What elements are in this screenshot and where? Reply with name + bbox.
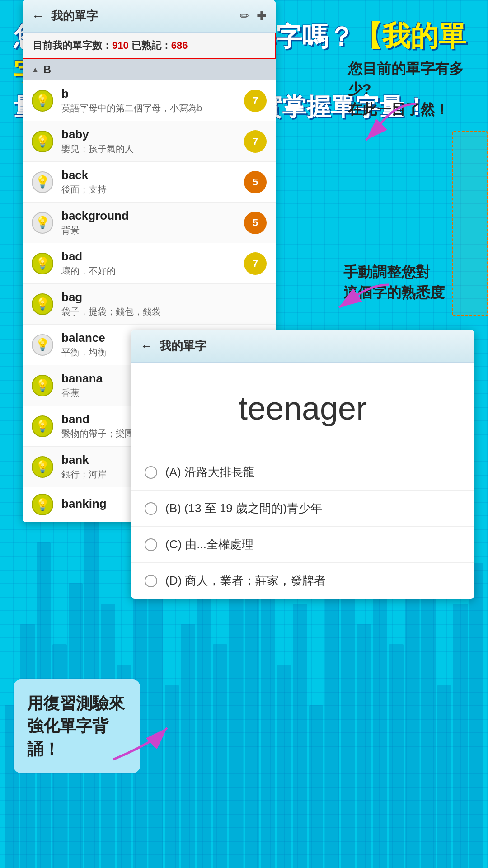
word-item[interactable]: 💡 background 背景 5 [23,203,276,243]
word-chinese: 壞的，不好的 [61,265,236,277]
section-header: ▲ B [23,59,276,80]
word-list-header: ← 我的單字 ✏ ✚ [23,0,276,33]
section-letter: B [43,63,51,76]
bulb-on-icon: 💡 [32,293,53,315]
back-button[interactable]: ← [32,9,44,24]
radio-a[interactable] [145,466,157,479]
stats-text: 目前我的單字數：910 已熟記：686 [33,40,188,51]
word-english: bag [61,290,267,304]
familiarity-arrow [307,271,398,316]
familiarity-badge[interactable]: 7 [244,130,267,153]
bulb-on-icon: 💡 [32,415,53,437]
total-label: 目前我的單字數： [33,40,112,51]
word-english: b [61,87,236,101]
familiarity-badge[interactable]: 7 [244,90,267,112]
stats-arrow [303,95,420,149]
bulb-on-icon: 💡 [32,253,53,274]
bulb-on-icon: 💡 [32,375,53,396]
word-text-area: back 後面；支持 [61,168,236,196]
word-english: baby [61,127,236,142]
familiarity-badge[interactable]: 5 [244,212,267,234]
word-chinese: 嬰兒；孩子氣的人 [61,143,236,155]
quiz-back-button[interactable]: ← [140,339,153,354]
bulb-on-icon: 💡 [32,90,53,112]
option-b-text: (B) (13 至 19 歲之間的)青少年 [165,500,322,516]
quiz-arrow [99,714,190,769]
word-english: back [61,168,236,182]
bulb-off-icon: 💡 [32,171,53,193]
word-item[interactable]: 💡 baby 嬰兒；孩子氣的人 7 [23,121,276,162]
bulb-off-icon: 💡 [32,212,53,234]
bulb-on-icon: 💡 [32,456,53,478]
word-chinese: 英語字母中的第二個字母，小寫為b [61,102,236,114]
known-label: 已熟記： [129,40,171,51]
quiz-option-c[interactable]: (C) 由...全權處理 [131,527,474,563]
bulb-on-icon: 💡 [32,131,53,152]
quiz-option-d[interactable]: (D) 商人，業者；莊家，發牌者 [131,563,474,599]
familiarity-badge[interactable]: 5 [244,171,267,193]
familiarity-selection-overlay [452,131,488,316]
word-item[interactable]: 💡 b 英語字母中的第二個字母，小寫為b 7 [23,80,276,121]
stats-bar: 目前我的單字數：910 已熟記：686 [23,33,276,59]
edit-icon[interactable]: ✏ [240,9,250,23]
word-text-area: background 背景 [61,209,236,236]
radio-c[interactable] [145,538,157,551]
word-chinese: 後面；支持 [61,184,236,196]
word-english: bad [61,250,236,264]
word-text-area: bad 壞的，不好的 [61,250,236,277]
word-text-area: bag 袋子，提袋；錢包，錢袋 [61,290,267,318]
radio-d[interactable] [145,575,157,587]
quiz-option-b[interactable]: (B) (13 至 19 歲之間的)青少年 [131,491,474,527]
quiz-options: (A) 沿路大排長龍 (B) (13 至 19 歲之間的)青少年 (C) 由..… [131,454,474,599]
word-english: background [61,209,236,223]
quiz-option-a[interactable]: (A) 沿路大排長龍 [131,454,474,491]
quiz-title: 我的單字 [160,338,465,354]
quiz-header: ← 我的單字 [131,330,474,363]
word-item[interactable]: 💡 back 後面；支持 5 [23,162,276,203]
known-value: 686 [171,40,188,51]
quiz-word: teenager [131,363,474,454]
option-d-text: (D) 商人，業者；莊家，發牌者 [165,573,326,589]
header-icons: ✏ ✚ [240,9,267,23]
section-collapse-icon[interactable]: ▲ [32,66,39,74]
word-text-area: b 英語字母中的第二個字母，小寫為b [61,87,236,114]
add-icon[interactable]: ✚ [257,9,267,23]
radio-b[interactable] [145,502,157,515]
annotation-stats-line1: 您目前的單字有多少? [348,59,474,99]
word-list-title: 我的單字 [51,8,233,24]
word-chinese: 袋子，提袋；錢包，錢袋 [61,306,267,318]
option-a-text: (A) 沿路大排長龍 [165,464,255,480]
bulb-off-icon: 💡 [32,334,53,356]
option-c-text: (C) 由...全權處理 [165,537,253,552]
familiarity-badge[interactable]: 7 [244,252,267,275]
word-item[interactable]: 💡 bad 壞的，不好的 7 [23,243,276,284]
word-chinese: 背景 [61,224,236,236]
bulb-on-icon: 💡 [32,494,53,515]
total-value: 910 [112,40,129,51]
word-text-area: baby 嬰兒；孩子氣的人 [61,127,236,155]
word-item[interactable]: 💡 bag 袋子，提袋；錢包，錢袋 [23,284,276,325]
quiz-panel: ← 我的單字 teenager (A) 沿路大排長龍 (B) (13 至 19 … [131,330,474,599]
